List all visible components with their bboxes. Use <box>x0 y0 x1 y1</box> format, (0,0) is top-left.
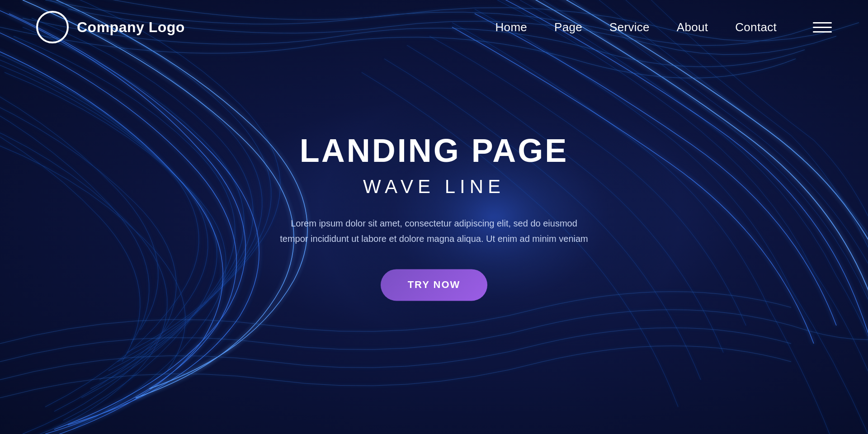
hero-description: Lorem ipsum dolor sit amet, consectetur … <box>276 216 592 247</box>
hero-content: LANDING PAGE WAVE LINE Lorem ipsum dolor… <box>276 133 592 301</box>
navbar: Company Logo Home Page Service About Con… <box>0 0 868 54</box>
hamburger-line-1 <box>813 22 832 24</box>
nav-links: Home Page Service About Contact <box>495 20 832 34</box>
nav-home[interactable]: Home <box>495 20 528 34</box>
nav-about[interactable]: About <box>677 20 708 34</box>
hamburger-line-3 <box>813 31 832 33</box>
nav-page[interactable]: Page <box>554 20 582 34</box>
page-wrapper: Company Logo Home Page Service About Con… <box>0 0 868 434</box>
nav-contact[interactable]: Contact <box>735 20 777 34</box>
hero-title: LANDING PAGE <box>276 133 592 169</box>
logo-area: Company Logo <box>36 11 185 43</box>
logo-icon <box>36 11 69 43</box>
hamburger-menu[interactable] <box>813 22 832 33</box>
hero-subtitle: WAVE LINE <box>276 176 592 198</box>
nav-service[interactable]: Service <box>609 20 650 34</box>
logo-text: Company Logo <box>77 19 185 36</box>
try-now-button[interactable]: TRY NOW <box>381 269 488 301</box>
hamburger-line-2 <box>813 27 832 28</box>
